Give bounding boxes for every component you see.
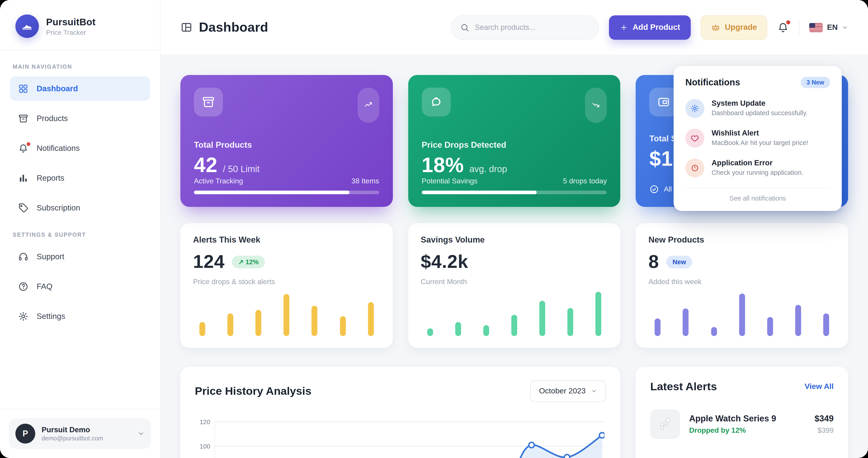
notification-desc: MacBook Air hit your target price! bbox=[712, 139, 808, 146]
sidebar-item-reports[interactable]: Reports bbox=[10, 166, 150, 190]
sidebar-item-label: FAQ bbox=[37, 282, 53, 291]
header-actions: Add Product Upgrade EN bbox=[451, 15, 848, 39]
sidebar-item-notifications[interactable]: Notifications bbox=[10, 136, 150, 160]
footer-right: 38 Items bbox=[351, 177, 379, 185]
bar bbox=[427, 329, 433, 336]
sidebar-item-subscription[interactable]: Subscription bbox=[10, 196, 150, 220]
latest-alerts-card: Latest Alerts View All bbox=[636, 367, 848, 458]
page-title-text: Dashboard bbox=[199, 20, 268, 35]
price-drops-card: Price Drops Detected 18% avg. drop Poten… bbox=[408, 75, 620, 207]
bar bbox=[567, 308, 573, 336]
alert-list-item[interactable]: Apple Watch Series 9 Dropped by 12% $349… bbox=[650, 409, 834, 439]
sidebar-item-faq[interactable]: FAQ bbox=[10, 274, 150, 299]
sidebar-item-dashboard[interactable]: Dashboard bbox=[10, 76, 150, 101]
new-count-badge: 3 New bbox=[801, 77, 830, 88]
brand: PursuitBot Price Tracker bbox=[0, 0, 160, 50]
view-all-link[interactable]: View All bbox=[804, 382, 834, 391]
sidebar-item-label: Support bbox=[37, 252, 64, 261]
add-product-button[interactable]: Add Product bbox=[609, 15, 691, 39]
search-icon bbox=[460, 23, 469, 32]
chevron-down-icon bbox=[842, 24, 848, 31]
heart-icon bbox=[685, 129, 704, 148]
language-code: EN bbox=[827, 23, 838, 32]
alert-info: Apple Watch Series 9 Dropped by 12% bbox=[689, 414, 776, 434]
notification-desc: Check your running application. bbox=[712, 169, 803, 176]
bar bbox=[368, 302, 374, 336]
notification-body: System Update Dashboard updated successf… bbox=[712, 99, 808, 118]
nav-section-label: MAIN NAVIGATION bbox=[10, 64, 150, 70]
panel-title: Latest Alerts bbox=[650, 380, 717, 393]
upgrade-button[interactable]: Upgrade bbox=[701, 15, 767, 39]
notification-item[interactable]: System Update Dashboard updated successf… bbox=[685, 99, 830, 118]
price-history-card: Price History Analysis October 2023 1201… bbox=[180, 367, 620, 458]
headset-icon bbox=[18, 251, 29, 262]
bar bbox=[511, 315, 517, 336]
brand-text: PursuitBot Price Tracker bbox=[46, 17, 96, 36]
chevron-down-icon bbox=[137, 430, 145, 437]
user-menu[interactable]: P Pursuit Demo demo@pursuitbot.com bbox=[9, 418, 151, 449]
notification-item[interactable]: Wishlist Alert MacBook Air hit your targ… bbox=[685, 129, 830, 148]
card-value: $4.2k bbox=[421, 251, 468, 272]
sidebar-item-products[interactable]: Products bbox=[10, 106, 150, 131]
sidebar-item-label: Notifications bbox=[37, 143, 80, 153]
card-title: Alerts This Week bbox=[193, 235, 380, 245]
alerts-week-card: Alerts This Week 124 ↗ 12% Price drops &… bbox=[180, 223, 393, 348]
product-thumbnail bbox=[650, 409, 680, 439]
header: Dashboard Add Product Upgrade EN bbox=[160, 0, 868, 55]
card-caption: Price drops & stock alerts bbox=[193, 278, 380, 286]
card-title: New Products bbox=[649, 235, 835, 245]
sidebar-item-label: Products bbox=[37, 113, 68, 123]
svg-text:120: 120 bbox=[199, 419, 210, 425]
new-badge: New bbox=[666, 255, 692, 268]
card-limit: / 50 Limit bbox=[223, 164, 259, 174]
notification-title: Wishlist Alert bbox=[712, 129, 808, 137]
mini-bar-chart bbox=[193, 286, 380, 336]
app-tagline: Price Tracker bbox=[46, 28, 96, 36]
bar bbox=[284, 294, 289, 336]
us-flag-icon bbox=[809, 23, 823, 32]
sidebar-item-support[interactable]: Support bbox=[10, 244, 150, 269]
price-block: $349 $399 bbox=[814, 414, 834, 434]
footer-left: Active Tracking bbox=[194, 177, 243, 185]
trend-badge: ↗ 12% bbox=[232, 255, 265, 268]
sidebar-item-settings[interactable]: Settings bbox=[10, 304, 150, 328]
bar bbox=[340, 316, 346, 336]
crown-icon bbox=[711, 23, 720, 32]
progress-bar bbox=[194, 191, 379, 194]
alert-clock-icon bbox=[685, 159, 704, 177]
notification-item[interactable]: Application Error Check your running app… bbox=[685, 159, 830, 177]
search-input[interactable] bbox=[475, 23, 590, 32]
bar bbox=[483, 325, 489, 336]
notification-title: System Update bbox=[712, 99, 808, 107]
svg-text:100: 100 bbox=[199, 443, 210, 450]
notifications-bell-button[interactable] bbox=[777, 22, 789, 33]
card-value: 42 bbox=[194, 153, 217, 177]
sidebar-footer: P Pursuit Demo demo@pursuitbot.com bbox=[0, 409, 160, 458]
card-caption: Current Month bbox=[421, 278, 608, 286]
old-price: $399 bbox=[814, 426, 834, 434]
period-select[interactable]: October 2023 bbox=[530, 380, 606, 402]
sidebar-item-label: Settings bbox=[37, 312, 65, 321]
search-box[interactable] bbox=[451, 15, 599, 39]
see-all-notifications-link[interactable]: See all notifications bbox=[685, 188, 830, 202]
bottom-row: Price History Analysis October 2023 1201… bbox=[180, 367, 848, 458]
sneaker-icon bbox=[21, 20, 33, 33]
divider bbox=[799, 20, 800, 35]
bar bbox=[312, 306, 318, 336]
price-history-chart: 120100 bbox=[195, 416, 604, 458]
bar bbox=[767, 317, 773, 336]
add-product-label: Add Product bbox=[633, 23, 680, 32]
sidebar-item-label: Dashboard bbox=[37, 84, 78, 93]
bar bbox=[539, 301, 545, 336]
language-selector[interactable]: EN bbox=[809, 23, 848, 32]
notification-title: Application Error bbox=[712, 159, 803, 167]
piggy-bank-icon bbox=[422, 88, 451, 117]
layout-icon bbox=[180, 21, 193, 33]
bar bbox=[711, 327, 717, 336]
card-title: Price Drops Detected bbox=[422, 140, 607, 150]
new-products-card: New Products 8 New Added this week bbox=[636, 223, 848, 348]
avatar: P bbox=[16, 424, 35, 444]
gear-icon bbox=[685, 99, 704, 118]
app-window: PursuitBot Price Tracker MAIN NAVIGATION… bbox=[0, 0, 868, 458]
bar bbox=[455, 322, 461, 336]
